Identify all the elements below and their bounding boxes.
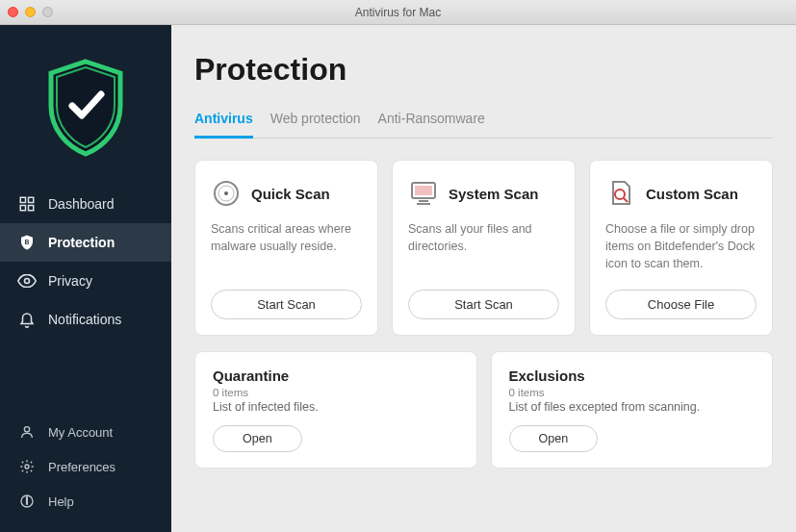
main-content: Protection Antivirus Web protection Anti… xyxy=(171,25,796,532)
titlebar: Antivirus for Mac xyxy=(0,0,796,25)
window-controls xyxy=(8,7,53,17)
custom-scan-card: Custom Scan Choose a file or simply drop… xyxy=(589,160,773,336)
svg-text:B: B xyxy=(25,239,30,245)
system-scan-start-button[interactable]: Start Scan xyxy=(408,290,559,319)
card-title: Exclusions xyxy=(509,367,756,384)
quick-scan-start-button[interactable]: Start Scan xyxy=(211,290,362,319)
minimize-window-button[interactable] xyxy=(25,7,36,17)
svg-point-17 xyxy=(615,190,625,199)
sidebar-item-help[interactable]: i Help xyxy=(0,484,171,519)
svg-rect-15 xyxy=(419,200,428,202)
card-title: Quarantine xyxy=(213,367,459,384)
tab-web-protection[interactable]: Web protection xyxy=(270,111,361,139)
svg-point-12 xyxy=(224,191,228,195)
bell-icon xyxy=(17,310,37,329)
sidebar-item-label: Notifications xyxy=(48,312,121,327)
card-desc: Scans critical areas where malware usual… xyxy=(211,220,362,272)
user-icon xyxy=(17,422,37,442)
quick-scan-card: Quick Scan Scans critical areas where ma… xyxy=(194,160,378,336)
card-desc: List of infected files. xyxy=(213,400,459,414)
page-title: Protection xyxy=(194,52,773,88)
card-title: System Scan xyxy=(449,186,538,202)
close-window-button[interactable] xyxy=(8,7,18,17)
sidebar-bottom: My Account Preferences i Help xyxy=(0,415,171,532)
card-desc: Scans all your files and directories. xyxy=(408,220,559,272)
card-title: Quick Scan xyxy=(251,186,330,202)
scan-cards-row: Quick Scan Scans critical areas where ma… xyxy=(194,160,773,336)
svg-rect-3 xyxy=(29,206,34,211)
svg-point-5 xyxy=(25,279,30,284)
sidebar-item-label: Protection xyxy=(48,235,115,250)
tab-antivirus[interactable]: Antivirus xyxy=(194,111,253,139)
custom-scan-icon xyxy=(605,178,636,209)
zoom-window-button[interactable] xyxy=(42,7,53,17)
tab-anti-ransomware[interactable]: Anti-Ransomware xyxy=(378,111,485,139)
app-logo xyxy=(0,25,171,185)
shield-icon xyxy=(43,58,128,158)
sidebar-item-notifications[interactable]: Notifications xyxy=(0,300,171,339)
sidebar-item-label: My Account xyxy=(48,425,113,440)
svg-rect-1 xyxy=(29,197,34,202)
sidebar-item-account[interactable]: My Account xyxy=(0,415,171,449)
svg-rect-2 xyxy=(20,206,25,211)
svg-rect-16 xyxy=(417,203,430,205)
privacy-icon xyxy=(17,271,37,291)
quick-scan-icon xyxy=(211,178,242,209)
svg-point-7 xyxy=(25,465,29,469)
sidebar-item-privacy[interactable]: Privacy xyxy=(0,262,171,300)
help-icon: i xyxy=(17,492,37,511)
exclusions-open-button[interactable]: Open xyxy=(509,425,599,452)
sidebar-item-label: Dashboard xyxy=(48,196,115,212)
sidebar-item-dashboard[interactable]: Dashboard xyxy=(0,185,171,223)
system-scan-icon xyxy=(408,178,439,209)
sidebar-nav: Dashboard B Protection Privacy Notificat… xyxy=(0,185,171,339)
card-desc: List of files excepted from scanning. xyxy=(509,400,756,414)
exclusions-card: Exclusions 0 items List of files excepte… xyxy=(491,351,774,469)
svg-text:i: i xyxy=(26,496,28,506)
quarantine-card: Quarantine 0 items List of infected file… xyxy=(194,351,477,469)
dashboard-icon xyxy=(17,194,37,214)
card-title: Custom Scan xyxy=(646,186,738,202)
sidebar-item-protection[interactable]: B Protection xyxy=(0,223,171,262)
sidebar-item-label: Privacy xyxy=(48,273,92,289)
svg-point-6 xyxy=(24,427,29,432)
quarantine-open-button[interactable]: Open xyxy=(213,425,302,452)
svg-rect-0 xyxy=(20,197,25,202)
custom-scan-choose-button[interactable]: Choose File xyxy=(605,290,757,319)
card-subtitle: 0 items xyxy=(509,387,756,398)
system-scan-card: System Scan Scans all your files and dir… xyxy=(392,160,576,336)
card-subtitle: 0 items xyxy=(213,387,459,398)
bottom-cards-row: Quarantine 0 items List of infected file… xyxy=(194,351,773,469)
tabs: Antivirus Web protection Anti-Ransomware xyxy=(194,111,773,139)
card-desc: Choose a file or simply drop items on Bi… xyxy=(605,220,757,272)
window-title: Antivirus for Mac xyxy=(0,6,796,19)
protection-icon: B xyxy=(17,233,37,252)
sidebar-item-preferences[interactable]: Preferences xyxy=(0,449,171,484)
sidebar-item-label: Help xyxy=(48,494,74,509)
svg-rect-14 xyxy=(415,186,432,195)
gear-icon xyxy=(17,457,37,476)
sidebar-item-label: Preferences xyxy=(48,460,116,474)
svg-line-18 xyxy=(624,198,628,202)
sidebar: Dashboard B Protection Privacy Notificat… xyxy=(0,25,171,532)
